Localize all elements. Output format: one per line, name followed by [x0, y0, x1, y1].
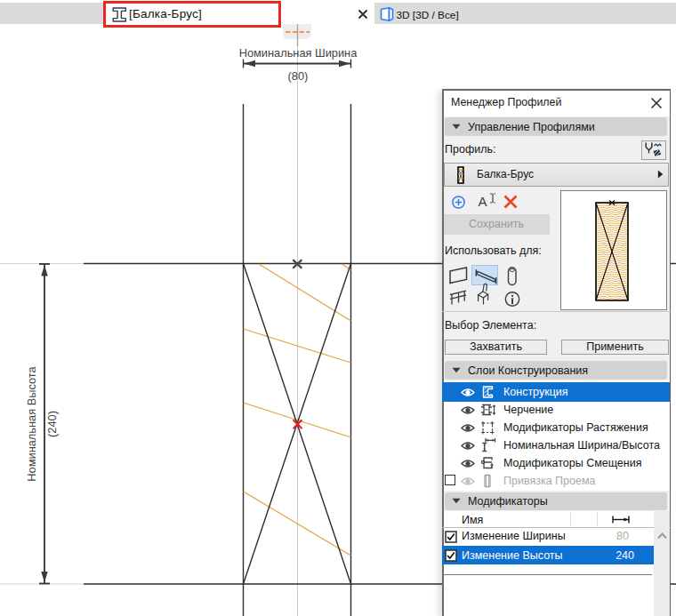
svg-text:(80): (80)	[288, 69, 309, 83]
svg-text:Номинальная Ширина: Номинальная Ширина	[239, 46, 358, 60]
svg-text:(240): (240)	[45, 411, 59, 437]
svg-text:Номинальная Высота: Номинальная Высота	[25, 366, 38, 482]
